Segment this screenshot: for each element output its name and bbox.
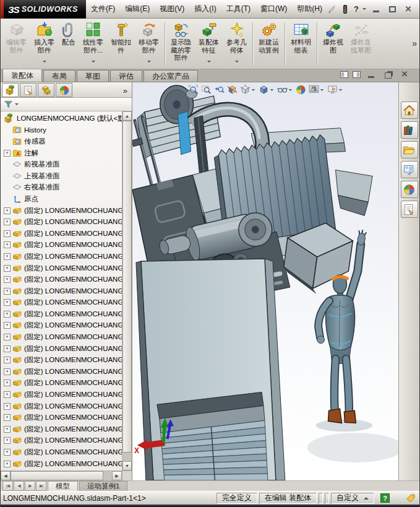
headsup-hide-show-items-button[interactable] — [276, 84, 289, 96]
expand-icon[interactable]: + — [4, 207, 11, 214]
cmd-smart-fasteners-button[interactable]: 智能扣件 — [107, 20, 135, 67]
filter-funnel-icon[interactable] — [4, 100, 13, 109]
panel-tabs-overflow[interactable]: » — [123, 86, 131, 97]
taskpane-design-library-button[interactable] — [401, 121, 418, 139]
tree-item[interactable]: History — [2, 124, 132, 136]
panel-tab-configuration-manager[interactable] — [38, 83, 54, 97]
tree-component-item[interactable]: +(固定) LONGMENMOCHUANG — [2, 343, 132, 355]
expand-icon[interactable]: + — [4, 311, 11, 318]
expand-icon[interactable]: + — [4, 357, 11, 363]
tree-component-item[interactable]: +(固定) LONGMENMOCHUANG — [2, 458, 132, 470]
tree-component-item[interactable]: +(固定) LONGMENMOCHUANG — [2, 435, 132, 447]
horizontal-scroll-track[interactable] — [103, 471, 112, 480]
expand-icon[interactable]: + — [4, 403, 11, 410]
dropdown-arrow-icon[interactable] — [339, 89, 343, 93]
tree-component-item[interactable]: +(固定) LONGMENMOCHUANG — [2, 308, 132, 320]
expand-icon[interactable]: + — [4, 299, 11, 306]
menu-item[interactable]: 编辑(E) — [120, 0, 155, 18]
tree-component-item[interactable]: +(固定) LONGMENMOCHUANG — [2, 423, 132, 435]
tree-vertical-scrollbar[interactable]: ▲ ▼ — [122, 111, 132, 470]
last-tab-button[interactable]: ▶| — [36, 481, 46, 491]
ribbon-tab[interactable]: 草图 — [77, 70, 109, 82]
menu-item[interactable]: 窗口(W) — [255, 0, 292, 18]
expand-icon[interactable]: + — [4, 219, 11, 225]
minimize-button[interactable] — [370, 4, 382, 14]
tree-component-item[interactable]: +(固定) LONGMENMOCHUANG — [2, 205, 132, 217]
dropdown-arrow-icon[interactable] — [270, 89, 274, 93]
expand-icon[interactable]: + — [4, 437, 11, 444]
scroll-up-button[interactable]: ▲ — [122, 111, 132, 121]
tab-model[interactable]: 模型 — [48, 481, 78, 491]
machine-bed[interactable] — [136, 259, 285, 480]
expand-icon[interactable]: + — [4, 345, 11, 352]
tab-motion-study-1[interactable]: 运动算例1 — [79, 481, 127, 491]
expand-icon[interactable]: + — [4, 334, 11, 340]
help-menu-button[interactable]: ? — [354, 4, 359, 14]
tree-item[interactable]: 传感器 — [2, 136, 132, 147]
dropdown-arrow-icon[interactable] — [252, 89, 255, 93]
expand-icon[interactable]: + — [4, 461, 11, 467]
expand-icon[interactable]: + — [4, 379, 11, 386]
pane-right-button[interactable] — [353, 71, 361, 78]
tree-component-item[interactable]: +(固定) LONGMENMOCHUANG — [2, 297, 132, 309]
headsup-zoom-to-area-button[interactable] — [200, 84, 213, 96]
panel-tab-featuremanager-tree[interactable] — [2, 83, 19, 97]
tree-item[interactable]: 上视基准面 — [2, 170, 132, 182]
3d-assembly-scene[interactable]: X — [132, 82, 398, 480]
tag-icon[interactable] — [406, 493, 416, 503]
vertical-scroll-thumb[interactable] — [122, 121, 132, 453]
tree-item[interactable]: 右视基准面 — [2, 182, 132, 194]
ribbon-tab[interactable]: 布局 — [43, 70, 75, 82]
headsup-edit-appearance-button[interactable] — [294, 84, 307, 96]
cmd-linear-component-pattern-button[interactable]: 线性零部件... — [79, 20, 107, 67]
expand-icon[interactable]: + — [4, 288, 11, 295]
tree-component-item[interactable]: +(固定) LONGMENMOCHUANG — [2, 285, 132, 297]
dropdown-arrow-icon[interactable] — [43, 61, 46, 64]
traffic-light-status-icon[interactable] — [340, 4, 350, 14]
tree-component-item[interactable]: +(固定) LONGMENMOCHUANG — [2, 262, 132, 274]
headsup-display-style-button[interactable] — [257, 84, 270, 96]
filter-dropdown-icon[interactable] — [15, 103, 19, 107]
scroll-left-button[interactable]: ◀ — [1, 471, 11, 480]
menu-item[interactable]: 插入(I) — [189, 0, 221, 18]
dropdown-arrow-icon[interactable] — [289, 89, 293, 93]
panel-tab-property-manager[interactable] — [20, 83, 36, 97]
tree-component-item[interactable]: +(固定) LONGMENMOCHUANG — [2, 401, 132, 412]
tree-component-item[interactable]: +(固定) LONGMENMOCHUANG — [2, 366, 132, 378]
toolbar-overflow-button[interactable]: » — [412, 38, 417, 48]
menu-item[interactable]: 视图(V) — [155, 0, 189, 18]
taskpane-custom-properties-button[interactable] — [401, 201, 418, 218]
taskpane-file-explorer-button[interactable] — [401, 141, 418, 158]
doc-minimize-button[interactable] — [365, 69, 377, 79]
first-tab-button[interactable]: |◀ — [2, 481, 13, 491]
expand-icon[interactable]: + — [4, 230, 11, 237]
expand-icon[interactable]: + — [4, 322, 11, 329]
expand-icon[interactable]: + — [4, 414, 11, 421]
maximize-button[interactable] — [386, 4, 398, 14]
taskpane-solidworks-resources-button[interactable] — [401, 102, 418, 119]
tree-component-item[interactable]: +(固定) LONGMENMOCHUANG — [2, 446, 132, 458]
tree-component-item[interactable]: +(固定) LONGMENMOCHUANG — [2, 331, 132, 343]
scroll-right-button[interactable]: ▶ — [112, 471, 122, 480]
cmd-show-hidden-components-button[interactable]: 显示隐藏的零部件 — [167, 20, 195, 67]
tree-root-assembly[interactable]: LONGMENMOCHUANG (默认<默 — [2, 113, 132, 124]
tree-horizontal-scrollbar[interactable]: ◀ ▶ — [1, 470, 132, 480]
tree-component-item[interactable]: +(固定) LONGMENMOCHUANG — [2, 240, 132, 251]
expand-icon[interactable]: + — [4, 265, 11, 272]
cmd-mate-button[interactable]: 配合 — [58, 20, 79, 67]
next-tab-button[interactable]: ▶ — [25, 481, 35, 491]
graphics-area[interactable]: X — [132, 82, 398, 480]
pane-left-button[interactable] — [340, 71, 348, 78]
tree-component-item[interactable]: +(固定) LONGMENMOCHUANG — [2, 228, 132, 240]
cmd-move-component-button[interactable]: 移动零部件 — [135, 20, 163, 67]
dropdown-arrow-icon[interactable] — [147, 61, 151, 64]
tree-component-item[interactable]: +(固定) LONGMENMOCHUANG — [2, 389, 132, 401]
ribbon-tab[interactable]: 办公室产品 — [144, 70, 198, 82]
expand-icon[interactable]: + — [4, 241, 11, 248]
expand-icon[interactable]: + — [4, 426, 11, 433]
tree-component-item[interactable]: +(固定) LONGMENMOCHUANG — [2, 412, 132, 423]
headsup-apply-scene-button[interactable] — [307, 84, 320, 96]
status-help-button[interactable]: ? — [380, 493, 390, 503]
tree-component-item[interactable]: +(固定) LONGMENMOCHUANG — [2, 378, 132, 389]
menu-item[interactable]: 帮助(H) — [292, 0, 327, 18]
